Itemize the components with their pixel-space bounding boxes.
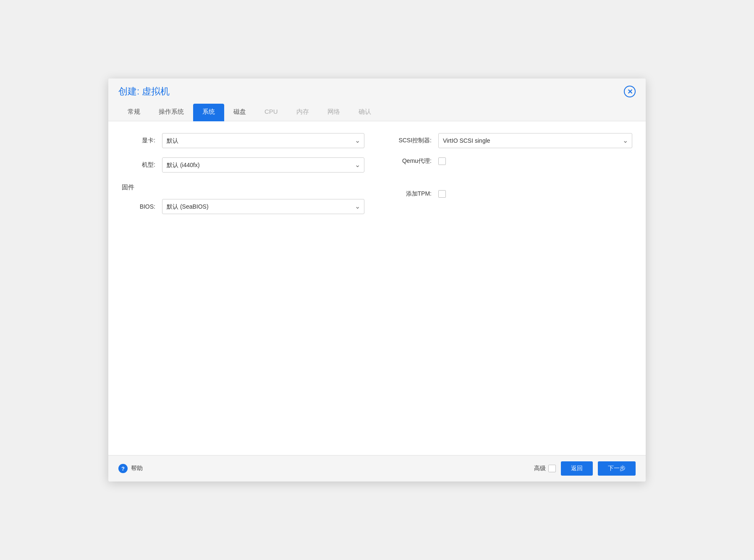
qemu-label: Qemu代理:: [390, 157, 432, 165]
help-icon[interactable]: ?: [118, 464, 128, 473]
tpm-row: 添加TPM:: [390, 190, 632, 198]
tab-bar: 常规 操作系统 系统 磁盘 CPU 内存 网络 确认: [118, 104, 636, 121]
create-vm-dialog: 创建: 虚拟机 ✕ 常规 操作系统 系统 磁盘 CPU 内存 网络 确认 显卡:: [108, 79, 646, 481]
qemu-checkbox[interactable]: [438, 157, 446, 165]
qemu-checkbox-wrapper: [438, 157, 446, 165]
tpm-checkbox[interactable]: [438, 190, 446, 198]
dialog-header: 创建: 虚拟机 ✕ 常规 操作系统 系统 磁盘 CPU 内存 网络 确认: [108, 79, 646, 121]
back-button[interactable]: 返回: [561, 461, 593, 476]
left-column: 显卡: 默认 机型: 默认 (i440fx): [122, 133, 364, 223]
tab-disk[interactable]: 磁盘: [224, 104, 255, 121]
title-main: 虚拟机: [139, 86, 170, 97]
bios-label: BIOS:: [122, 203, 155, 210]
scsi-select-wrapper: VirtIO SCSI single: [438, 133, 632, 148]
right-column: SCSI控制器: VirtIO SCSI single Qemu代理:: [390, 133, 632, 223]
next-button[interactable]: 下一步: [598, 461, 636, 476]
dialog-body: 显卡: 默认 机型: 默认 (i440fx): [108, 121, 646, 455]
tab-memory: 内存: [287, 104, 318, 121]
close-button[interactable]: ✕: [624, 86, 636, 97]
bios-select[interactable]: 默认 (SeaBIOS): [162, 199, 364, 214]
display-select[interactable]: 默认: [162, 133, 364, 148]
tpm-label: 添加TPM:: [390, 190, 432, 198]
dialog-title: 创建: 虚拟机: [118, 85, 170, 98]
form-section: 显卡: 默认 机型: 默认 (i440fx): [122, 133, 632, 223]
firmware-header: 固件: [122, 183, 364, 191]
display-select-wrapper: 默认: [162, 133, 364, 148]
tab-general[interactable]: 常规: [118, 104, 149, 121]
tpm-checkbox-wrapper: [438, 190, 446, 198]
advanced-row: 高级: [534, 465, 556, 472]
scsi-label: SCSI控制器:: [390, 137, 432, 144]
dialog-footer: ? 帮助 高级 返回 下一步: [108, 455, 646, 481]
model-label: 机型:: [122, 161, 155, 169]
bios-row: BIOS: 默认 (SeaBIOS): [122, 199, 364, 214]
tab-network: 网络: [318, 104, 349, 121]
display-row: 显卡: 默认: [122, 133, 364, 148]
scsi-row: SCSI控制器: VirtIO SCSI single: [390, 133, 632, 148]
help-text: 帮助: [131, 465, 143, 472]
advanced-label: 高级: [534, 465, 546, 472]
display-label: 显卡:: [122, 137, 155, 144]
model-select-wrapper: 默认 (i440fx): [162, 157, 364, 173]
title-prefix: 创建:: [118, 86, 139, 97]
tab-os[interactable]: 操作系统: [149, 104, 193, 121]
bios-select-wrapper: 默认 (SeaBIOS): [162, 199, 364, 214]
qemu-row: Qemu代理:: [390, 157, 632, 165]
footer-left: ? 帮助: [118, 464, 143, 473]
tab-confirm: 确认: [349, 104, 380, 121]
model-row: 机型: 默认 (i440fx): [122, 157, 364, 173]
tab-system[interactable]: 系统: [193, 104, 224, 121]
scsi-select[interactable]: VirtIO SCSI single: [438, 133, 632, 148]
footer-right: 高级 返回 下一步: [534, 461, 636, 476]
tab-cpu: CPU: [255, 104, 287, 121]
model-select[interactable]: 默认 (i440fx): [162, 157, 364, 173]
advanced-checkbox[interactable]: [548, 465, 556, 472]
